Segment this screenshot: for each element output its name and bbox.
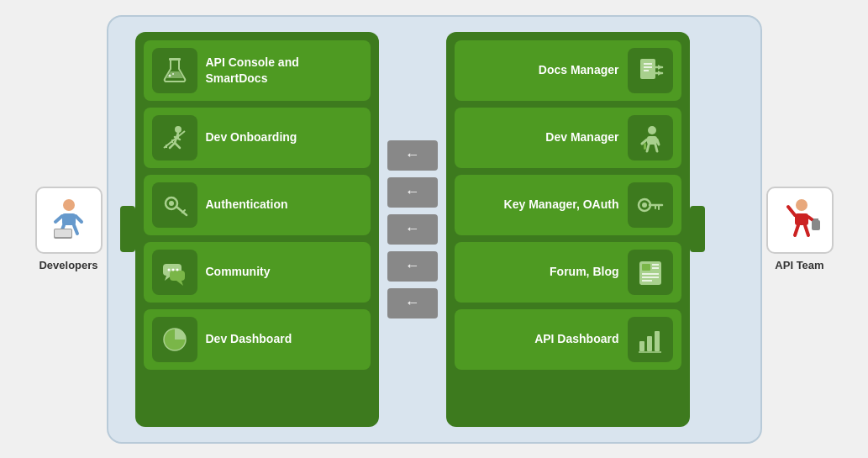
api-dashboard-label: API Dashboard bbox=[463, 331, 619, 346]
dev-manager-icon-box bbox=[628, 115, 673, 161]
left-side-strip bbox=[120, 206, 135, 252]
svg-rect-61 bbox=[655, 331, 660, 351]
svg-point-29 bbox=[171, 268, 174, 271]
flask-icon bbox=[160, 55, 190, 86]
svg-line-3 bbox=[76, 216, 82, 222]
svg-marker-39 bbox=[658, 71, 662, 76]
svg-line-44 bbox=[647, 145, 649, 151]
api-team-label: API Team bbox=[775, 259, 823, 271]
svg-marker-37 bbox=[658, 65, 662, 70]
svg-point-63 bbox=[796, 199, 808, 211]
key2-icon bbox=[635, 190, 665, 220]
svg-point-0 bbox=[63, 199, 75, 211]
developers-box bbox=[35, 187, 103, 254]
person-desk-icon bbox=[635, 123, 665, 153]
svg-line-14 bbox=[175, 143, 180, 148]
svg-point-30 bbox=[176, 268, 178, 271]
right-side-strip bbox=[690, 206, 705, 252]
community-label: Community bbox=[206, 264, 362, 279]
dev-manager-row: Dev Manager bbox=[455, 108, 681, 168]
svg-line-69 bbox=[795, 225, 798, 235]
svg-point-48 bbox=[642, 203, 647, 208]
svg-rect-46 bbox=[644, 143, 646, 150]
forum-blog-icon-box bbox=[628, 250, 673, 295]
api-team-box bbox=[766, 187, 834, 254]
chat-icon bbox=[160, 257, 190, 287]
outer-inner: API Console and SmartDocs bbox=[120, 32, 749, 427]
arrow-5: ← bbox=[387, 288, 438, 318]
escalator-icon bbox=[160, 123, 190, 153]
arrow-2: ← bbox=[387, 177, 438, 208]
right-panel: Docs Manager bbox=[446, 32, 690, 427]
api-dashboard-icon-box bbox=[628, 317, 673, 362]
docs-icon bbox=[635, 55, 665, 86]
svg-rect-64 bbox=[795, 213, 808, 225]
forum-blog-row: Forum, Blog bbox=[455, 242, 681, 303]
svg-rect-60 bbox=[647, 336, 652, 351]
docs-manager-label: Docs Manager bbox=[463, 62, 619, 77]
community-row: Community bbox=[144, 242, 371, 303]
forum-blog-label: Forum, Blog bbox=[463, 264, 619, 279]
authentication-icon-box bbox=[152, 182, 197, 228]
svg-point-9 bbox=[168, 74, 171, 76]
api-team-icon bbox=[775, 195, 825, 245]
svg-point-10 bbox=[172, 73, 174, 75]
svg-rect-53 bbox=[642, 264, 650, 271]
diagram-container: Developers bbox=[0, 0, 868, 458]
svg-line-5 bbox=[74, 225, 77, 234]
svg-rect-1 bbox=[62, 213, 76, 225]
outer-box: API Console and SmartDocs bbox=[107, 15, 762, 444]
svg-rect-59 bbox=[639, 341, 644, 351]
api-console-icon-box bbox=[152, 48, 197, 93]
api-console-row: API Console and SmartDocs bbox=[144, 40, 371, 101]
dev-dashboard-label: Dev Dashboard bbox=[206, 331, 362, 346]
middle-arrows-col: ← ← ← ← ← bbox=[379, 32, 446, 427]
docs-manager-row: Docs Manager bbox=[455, 40, 681, 101]
key-icon bbox=[160, 190, 190, 220]
key-manager-icon-box bbox=[628, 182, 673, 228]
authentication-label: Authentication bbox=[206, 197, 362, 212]
arrow-1: ← bbox=[387, 140, 438, 171]
developers-label: Developers bbox=[39, 259, 97, 271]
api-dashboard-row: API Dashboard bbox=[455, 309, 681, 370]
pie-icon bbox=[160, 324, 190, 355]
community-icon-box bbox=[152, 250, 197, 295]
api-team-figure: API Team bbox=[762, 187, 838, 271]
svg-rect-26 bbox=[170, 271, 185, 281]
svg-marker-27 bbox=[176, 281, 183, 286]
svg-point-21 bbox=[169, 201, 174, 206]
dev-dashboard-row: Dev Dashboard bbox=[144, 309, 371, 370]
svg-rect-41 bbox=[647, 136, 657, 145]
dev-onboarding-icon-box bbox=[152, 115, 197, 161]
arrow-4: ← bbox=[387, 251, 438, 282]
blog-icon bbox=[635, 257, 665, 287]
key-manager-row: Key Manager, OAuth bbox=[455, 175, 681, 235]
dev-onboarding-label: Dev Onboarding bbox=[206, 129, 362, 145]
svg-point-28 bbox=[167, 268, 170, 271]
svg-line-45 bbox=[655, 145, 657, 151]
svg-rect-8 bbox=[169, 58, 181, 61]
key-manager-label: Key Manager, OAuth bbox=[463, 197, 619, 212]
dev-dashboard-icon-box bbox=[152, 317, 197, 362]
developer-icon bbox=[44, 195, 94, 245]
svg-line-43 bbox=[657, 140, 659, 145]
api-console-label: API Console and SmartDocs bbox=[206, 55, 362, 85]
left-panel: API Console and SmartDocs bbox=[135, 32, 379, 427]
authentication-row: Authentication bbox=[144, 175, 371, 235]
svg-point-40 bbox=[648, 126, 656, 134]
svg-line-65 bbox=[788, 207, 795, 215]
svg-rect-32 bbox=[640, 59, 655, 79]
docs-manager-icon-box bbox=[628, 48, 673, 93]
bar-chart-icon bbox=[635, 324, 665, 355]
developers-figure: Developers bbox=[31, 187, 107, 271]
svg-line-2 bbox=[55, 216, 62, 222]
svg-rect-7 bbox=[55, 229, 71, 237]
dev-manager-label: Dev Manager bbox=[463, 129, 619, 145]
svg-rect-67 bbox=[812, 220, 820, 230]
arrow-3: ← bbox=[387, 214, 438, 245]
svg-line-70 bbox=[805, 225, 808, 235]
dev-onboarding-row: Dev Onboarding bbox=[144, 108, 371, 168]
